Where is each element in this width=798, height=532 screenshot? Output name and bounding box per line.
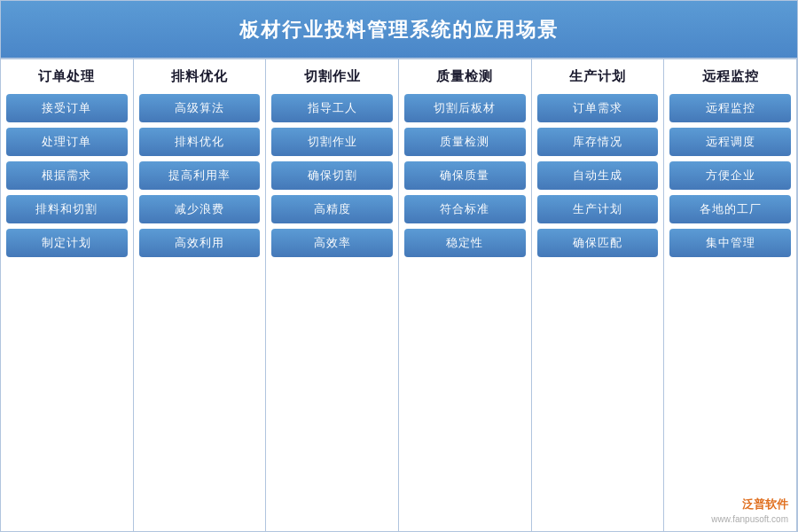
- btn-order-0[interactable]: 接受订单: [6, 94, 128, 122]
- btn-arrange-0[interactable]: 高级算法: [139, 94, 261, 122]
- column-quality: 质量检测切割后板材质量检测确保质量符合标准稳定性: [399, 59, 532, 531]
- btn-quality-2[interactable]: 确保质量: [404, 161, 526, 190]
- btn-cutting-3[interactable]: 高精度: [271, 195, 393, 223]
- btn-arrange-3[interactable]: 减少浪费: [139, 195, 261, 223]
- btn-production-2[interactable]: 自动生成: [537, 161, 659, 190]
- column-arrange: 排料优化高级算法排料优化提高利用率减少浪费高效利用: [134, 59, 267, 531]
- btn-cutting-0[interactable]: 指导工人: [271, 94, 393, 122]
- column-remote: 远程监控远程监控远程调度方便企业各地的工厂集中管理: [664, 59, 797, 531]
- column-cutting: 切割作业指导工人切割作业确保切割高精度高效率: [266, 59, 399, 531]
- btn-order-3[interactable]: 排料和切割: [6, 195, 128, 223]
- watermark-logo: 泛普软件: [711, 496, 788, 513]
- col-header-remote: 远程监控: [702, 68, 759, 85]
- btn-remote-4[interactable]: 集中管理: [669, 229, 791, 257]
- watermark: 泛普软件 www.fanpusoft.com: [711, 496, 788, 527]
- col-header-order: 订单处理: [38, 68, 95, 85]
- btn-arrange-2[interactable]: 提高利用率: [139, 161, 261, 190]
- col-header-quality: 质量检测: [436, 68, 493, 85]
- col-header-production: 生产计划: [569, 68, 626, 85]
- btn-cutting-4[interactable]: 高效率: [271, 229, 393, 257]
- btn-production-1[interactable]: 库存情况: [537, 128, 659, 156]
- btn-production-0[interactable]: 订单需求: [537, 94, 659, 122]
- btn-quality-3[interactable]: 符合标准: [404, 195, 526, 223]
- btn-remote-1[interactable]: 远程调度: [669, 128, 791, 156]
- btn-remote-3[interactable]: 各地的工厂: [669, 195, 791, 223]
- btn-quality-1[interactable]: 质量检测: [404, 128, 526, 156]
- col-header-cutting: 切割作业: [304, 68, 361, 85]
- app-container: 板材行业投料管理系统的应用场景 订单处理接受订单处理订单根据需求排料和切割制定计…: [0, 0, 798, 532]
- page-title: 板材行业投料管理系统的应用场景: [1, 1, 797, 58]
- btn-production-3[interactable]: 生产计划: [537, 195, 659, 223]
- watermark-url: www.fanpusoft.com: [711, 512, 788, 526]
- column-order: 订单处理接受订单处理订单根据需求排料和切割制定计划: [1, 59, 134, 531]
- col-header-arrange: 排料优化: [171, 68, 228, 85]
- btn-production-4[interactable]: 确保匹配: [537, 229, 659, 257]
- btn-arrange-4[interactable]: 高效利用: [139, 229, 261, 257]
- btn-remote-2[interactable]: 方便企业: [669, 161, 791, 190]
- btn-cutting-2[interactable]: 确保切割: [271, 161, 393, 190]
- column-production: 生产计划订单需求库存情况自动生成生产计划确保匹配: [532, 59, 665, 531]
- btn-quality-4[interactable]: 稳定性: [404, 229, 526, 257]
- btn-order-1[interactable]: 处理订单: [6, 128, 128, 156]
- btn-order-4[interactable]: 制定计划: [6, 229, 128, 257]
- btn-quality-0[interactable]: 切割后板材: [404, 94, 526, 122]
- btn-order-2[interactable]: 根据需求: [6, 161, 128, 190]
- btn-cutting-1[interactable]: 切割作业: [271, 128, 393, 156]
- btn-remote-0[interactable]: 远程监控: [669, 94, 791, 122]
- btn-arrange-1[interactable]: 排料优化: [139, 128, 261, 156]
- content-area: 订单处理接受订单处理订单根据需求排料和切割制定计划排料优化高级算法排料优化提高利…: [1, 58, 797, 531]
